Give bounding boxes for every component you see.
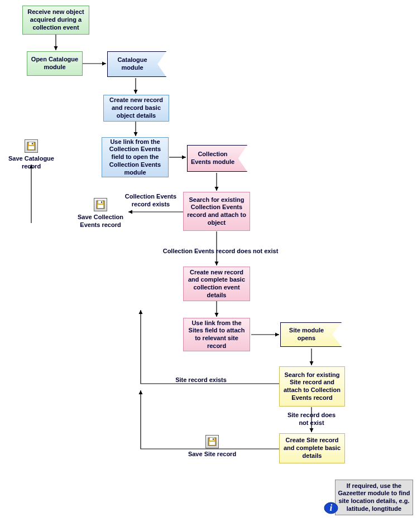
node-catalogue-module: Catalogue module <box>107 51 166 77</box>
node-search-site: Search for existing Site record and atta… <box>279 366 345 407</box>
node-label: Search for existing Collection Events re… <box>186 196 247 227</box>
edge-site-not-exist: Site record does not exist <box>284 412 339 427</box>
node-label: Receive new object acquired during a col… <box>25 8 87 31</box>
node-gazetteer: If required, use the Gazeetter module to… <box>335 480 413 515</box>
node-label: If required, use the Gazeetter module to… <box>338 482 410 513</box>
node-ce-module: Collection Events module <box>187 145 247 172</box>
node-open-catalogue: Open Catalogue module <box>27 51 83 76</box>
floppy-icon <box>94 198 107 211</box>
edge-ce-exists: Collection Events record exists <box>123 193 179 209</box>
node-label: Use link from the Collection Events fiel… <box>104 138 166 177</box>
edge-site-exists: Site record exists <box>167 376 234 384</box>
svg-text:i: i <box>330 503 333 512</box>
node-receive: Receive new object acquired during a col… <box>22 6 89 35</box>
svg-rect-17 <box>32 143 33 144</box>
node-site-module: Site module opens <box>280 322 342 347</box>
node-label: Collection Events module <box>190 151 236 166</box>
node-create-site: Create Site record and complete basic de… <box>279 433 345 463</box>
edge-ce-not-exist: Collection Events record does not exist <box>156 248 285 255</box>
node-label: Create new record and record basic objec… <box>106 96 166 119</box>
node-label: Create new record and complete basic col… <box>186 269 247 299</box>
node-use-link-sites: Use link from the Sites field to attach … <box>183 318 250 351</box>
info-icon: i <box>324 501 338 515</box>
node-create-ce: Create new record and complete basic col… <box>183 267 250 301</box>
node-label: Create Site record and complete basic de… <box>282 437 342 460</box>
svg-rect-21 <box>101 201 102 203</box>
node-create-record: Create new record and record basic objec… <box>103 95 169 122</box>
node-label: Catalogue module <box>110 56 155 72</box>
node-use-link-ce: Use link from the Collection Events fiel… <box>102 137 169 177</box>
save-label: Save Collection Events record <box>73 214 128 229</box>
floppy-icon <box>205 435 219 448</box>
node-label: Use link from the Sites field to attach … <box>186 320 247 350</box>
floppy-icon <box>25 139 38 153</box>
svg-rect-20 <box>98 205 103 208</box>
node-search-ce: Search for existing Collection Events re… <box>183 192 250 231</box>
save-ce: Save Collection Events record <box>73 198 128 229</box>
save-site: Save Site record <box>184 435 240 458</box>
node-label: Site module opens <box>283 327 330 342</box>
save-catalogue: Save Catalogue record <box>3 139 59 171</box>
svg-rect-16 <box>28 146 34 149</box>
node-label: Open Catalogue module <box>30 56 80 71</box>
save-label: Save Site record <box>184 451 240 458</box>
save-label: Save Catalogue record <box>3 155 59 171</box>
svg-rect-25 <box>213 438 214 440</box>
node-label: Search for existing Site record and atta… <box>282 371 342 402</box>
svg-rect-24 <box>209 442 215 445</box>
